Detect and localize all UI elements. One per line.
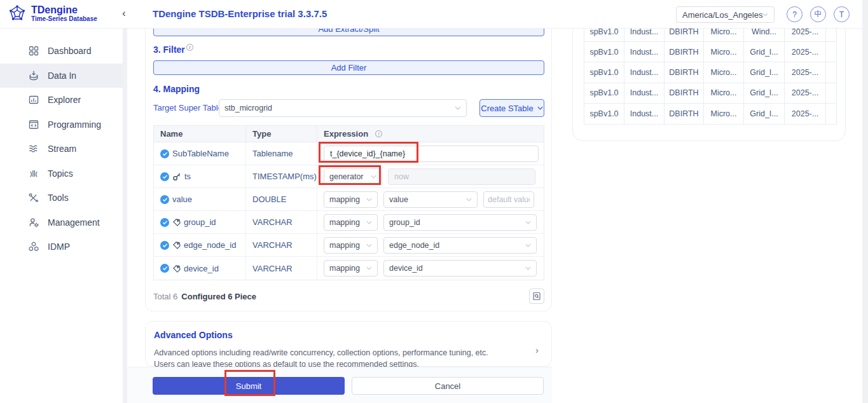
column-header-type: Type [246,126,317,142]
chevron-down-icon [366,221,372,224]
preview-data-button[interactable] [529,289,544,304]
cell: Indust... [624,62,665,82]
field-name: value [172,195,192,204]
field-name: ts [184,172,191,181]
create-stable-button[interactable]: Create STable [479,99,544,117]
management-icon [28,217,39,228]
table-row: SubTableName Tablename [154,142,544,165]
chevron-right-icon[interactable]: › [535,345,539,355]
sidebar-item-idmp[interactable]: IDMP [0,235,123,259]
sidebar-item-label: Data In [48,71,76,81]
field-type: TIMESTAMP(ms) [252,172,317,181]
value-source-select[interactable]: value [383,191,478,208]
ts-method-value: generator [329,172,364,181]
cell: Indust... [624,42,665,62]
edge-node-id-method-value: mapping [329,241,360,250]
check-circle-icon [160,149,169,158]
field-type: VARCHAR [252,217,293,227]
target-super-table-select[interactable]: stb_microgrid [219,99,467,117]
add-filter-button[interactable]: Add Filter [153,60,544,75]
sidebar-item-stream[interactable]: Stream [0,137,123,161]
sidebar-item-label: Explorer [48,95,81,105]
sidebar-item-dashboard[interactable]: Dashboard [0,39,123,64]
sidebar-item-tools[interactable]: Tools [0,186,123,210]
table-row[interactable]: spBv1.0 Indust... DBIRTH Micro... Grid_I… [584,62,836,83]
subtable-expression-input[interactable] [324,146,539,162]
cell: Grid_I... [744,62,785,82]
chevron-down-icon [525,221,531,224]
cancel-label: Cancel [435,381,460,391]
target-super-table-label: Target Super Table [153,99,223,117]
field-type: Tablename [252,149,293,158]
sidebar-item-label: IDMP [48,242,70,252]
timezone-select[interactable]: America/Los_Angeles [676,6,775,23]
edge-node-id-source-select[interactable]: edge_node_id [383,237,537,254]
sidebar-item-programming[interactable]: Programming [0,113,123,137]
mapping-summary-row: Total 6 Configured 6 Piece [153,288,544,304]
cell: Micro... [704,62,744,82]
cell: spBv1.0 [584,62,624,82]
check-circle-icon [160,195,169,204]
chevron-down-icon [525,266,531,270]
user-avatar-button[interactable]: T [834,6,850,22]
submit-button[interactable]: Submit [153,377,345,395]
cell: Micro... [704,42,744,62]
content-scroll-gutter[interactable] [123,29,127,403]
default-value-input[interactable] [483,191,534,208]
value-source-value: value [389,195,408,204]
chevron-down-icon [455,106,461,110]
info-icon: i [375,130,382,137]
device-id-source-select[interactable]: device_id [383,260,537,277]
sidebar-item-explorer[interactable]: Explorer [0,88,123,113]
field-name: SubTableName [172,149,229,158]
ts-value-input [388,168,535,185]
filter-heading-text: 3. Filter [153,44,185,55]
cell: 2025-... [785,104,826,124]
back-chevron-icon[interactable]: ‹ [118,8,130,19]
device-id-method-select[interactable]: mapping [324,260,378,277]
mapping-table: Name Type Expressioni SubTableName Table… [153,125,544,280]
table-row[interactable]: spBv1.0 Indust... DBIRTH Micro... Grid_I… [584,104,836,124]
expression-header-text: Expression [324,129,368,139]
sidebar-item-data-in[interactable]: Data In [0,64,123,88]
cell: Micro... [704,83,744,103]
cell: Indust... [624,83,665,103]
mapping-section-heading: 4. Mapping [153,84,200,94]
form-footer: Submit Cancel [127,367,552,403]
primary-key-icon [172,172,181,181]
create-stable-label: Create STable [481,104,533,113]
field-type: VARCHAR [252,240,293,250]
page-scrollbar[interactable] [862,0,868,403]
chevron-down-icon [366,266,372,270]
column-header-expression: Expressioni [317,126,544,142]
value-method-select[interactable]: mapping [324,191,378,208]
cell: DBIRTH [665,83,704,103]
chevron-down-icon [525,243,531,247]
value-method-value: mapping [329,195,360,204]
tdengine-logo: TDengine Time-Series Database [8,4,97,24]
check-circle-icon [160,241,169,250]
language-toggle-button[interactable]: 中 [810,6,826,22]
sidebar-item-management[interactable]: Management [0,210,123,235]
sidebar-item-label: Topics [48,168,73,179]
cancel-button[interactable]: Cancel [352,377,544,395]
group-id-method-value: mapping [329,218,360,227]
table-row[interactable]: spBv1.0 Indust... DBIRTH Micro... Grid_I… [584,42,836,62]
ts-method-select[interactable]: generator [324,168,382,185]
help-button[interactable]: ? [787,6,803,22]
sidebar-item-topics[interactable]: Topics [0,161,123,186]
cell: 2025-... [785,42,826,62]
cell: DBIRTH [665,42,704,62]
column-header-name: Name [154,126,246,142]
device-id-source-value: device_id [389,264,423,273]
cell: Grid_I... [744,104,785,124]
group-id-method-select[interactable]: mapping [324,214,378,231]
advanced-options-card[interactable]: Advanced Options Advanced options includ… [145,321,552,367]
cell: Indust... [624,104,665,124]
edge-node-id-method-select[interactable]: mapping [324,237,378,254]
idmp-icon [28,241,39,252]
stream-icon [28,143,39,154]
programming-icon [28,119,39,130]
table-row[interactable]: spBv1.0 Indust... DBIRTH Micro... Grid_I… [584,83,836,104]
group-id-source-select[interactable]: group_id [383,214,537,231]
